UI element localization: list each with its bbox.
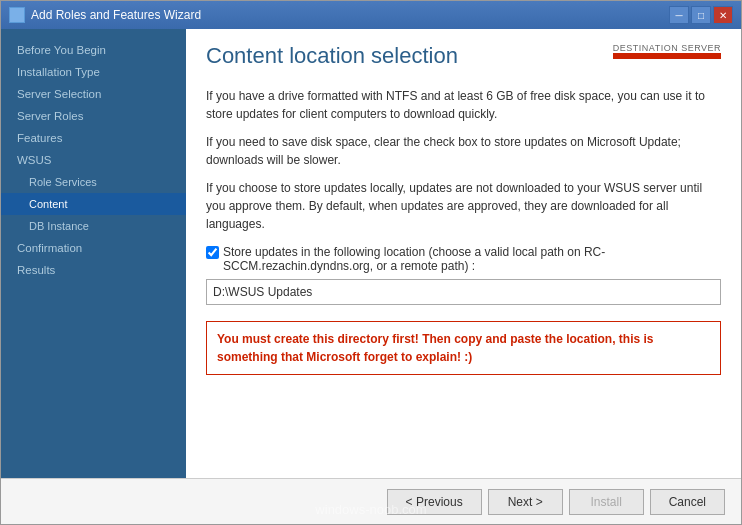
sidebar-item-content[interactable]: Content xyxy=(1,193,186,215)
destination-server-block: DESTINATION SERVER xyxy=(613,43,721,59)
note-box: You must create this directory first! Th… xyxy=(206,321,721,375)
store-updates-label[interactable]: Store updates in the following location … xyxy=(223,245,721,273)
path-input[interactable] xyxy=(206,279,721,305)
sidebar-item-role-services[interactable]: Role Services xyxy=(1,171,186,193)
store-updates-row: Store updates in the following location … xyxy=(206,245,721,273)
sidebar-item-confirmation[interactable]: Confirmation xyxy=(1,237,186,259)
sidebar-item-features[interactable]: Features xyxy=(1,127,186,149)
sidebar-item-before-you-begin[interactable]: Before You Begin xyxy=(1,39,186,61)
main-scroll-area: If you have a drive formatted with NTFS … xyxy=(186,79,741,478)
info-para-2: If you need to save disk space, clear th… xyxy=(206,133,721,169)
title-bar-buttons: ─ □ ✕ xyxy=(669,6,733,24)
page-title: Content location selection xyxy=(206,43,458,69)
title-bar: Add Roles and Features Wizard ─ □ ✕ xyxy=(1,1,741,29)
store-updates-checkbox[interactable] xyxy=(206,246,219,259)
destination-server-value xyxy=(613,53,721,59)
sidebar: Before You Begin Installation Type Serve… xyxy=(1,29,186,478)
sidebar-item-db-instance[interactable]: DB Instance xyxy=(1,215,186,237)
main-content: Content location selection DESTINATION S… xyxy=(186,29,741,478)
destination-server-label: DESTINATION SERVER xyxy=(613,43,721,53)
note-text: You must create this directory first! Th… xyxy=(217,332,654,364)
close-button[interactable]: ✕ xyxy=(713,6,733,24)
next-button[interactable]: Next > xyxy=(488,489,563,515)
cancel-button[interactable]: Cancel xyxy=(650,489,725,515)
info-para-3: If you choose to store updates locally, … xyxy=(206,179,721,233)
install-button[interactable]: Install xyxy=(569,489,644,515)
wizard-body: Before You Begin Installation Type Serve… xyxy=(1,29,741,478)
title-bar-left: Add Roles and Features Wizard xyxy=(9,7,201,23)
title-bar-title: Add Roles and Features Wizard xyxy=(31,8,201,22)
sidebar-item-wsus[interactable]: WSUS xyxy=(1,149,186,171)
wizard-icon xyxy=(9,7,25,23)
sidebar-item-server-roles[interactable]: Server Roles xyxy=(1,105,186,127)
minimize-button[interactable]: ─ xyxy=(669,6,689,24)
sidebar-item-server-selection[interactable]: Server Selection xyxy=(1,83,186,105)
wizard-footer: < Previous Next > Install Cancel xyxy=(1,478,741,524)
maximize-button[interactable]: □ xyxy=(691,6,711,24)
info-para-1: If you have a drive formatted with NTFS … xyxy=(206,87,721,123)
main-header: Content location selection DESTINATION S… xyxy=(186,29,741,79)
wizard-window: Add Roles and Features Wizard ─ □ ✕ Befo… xyxy=(0,0,742,525)
sidebar-item-results[interactable]: Results xyxy=(1,259,186,281)
previous-button[interactable]: < Previous xyxy=(387,489,482,515)
sidebar-item-installation-type[interactable]: Installation Type xyxy=(1,61,186,83)
